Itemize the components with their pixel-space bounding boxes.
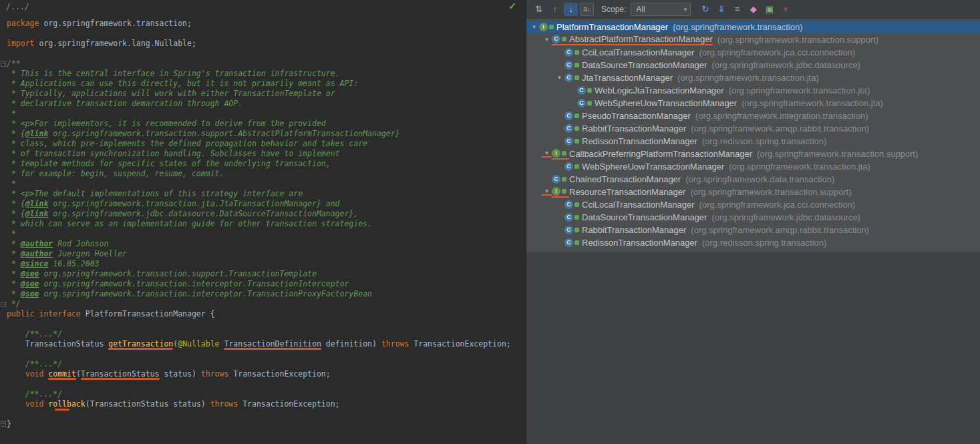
package-name: (org.redisson.spring.transaction) [702, 136, 826, 146]
package-name: (org.springframework.jca.cci.connection) [699, 47, 855, 57]
class-icon-group: C [577, 99, 595, 108]
code-line [7, 349, 511, 359]
expand-all-icon[interactable]: ≡ [730, 3, 744, 16]
class-icon-group: C [564, 48, 582, 57]
hierarchy-tree-row[interactable]: CDataSourceTransactionManager(org.spring… [526, 59, 980, 71]
hierarchy-tree-row[interactable]: ▼CAbstractPlatformTransactionManager(org… [526, 33, 980, 46]
code-line: * {@link org.springframework.jdbc.dataso… [7, 209, 511, 219]
class-icon: C [564, 213, 573, 222]
code-line: import org.springframework.lang.Nullable… [7, 39, 511, 49]
scope-dropdown[interactable]: All ▾ [631, 3, 691, 16]
toolbar-left-icons: ⇅↑↓a↓ [532, 3, 594, 16]
class-icon-group: C [564, 200, 582, 210]
code-line: /**...*/ [7, 389, 511, 399]
class-icon: C [552, 35, 560, 43]
expand-arrow-icon[interactable]: ▼ [542, 188, 552, 196]
class-name: PlatformTransactionManager [556, 22, 668, 32]
class-icon-group: C [564, 226, 582, 235]
close-icon[interactable]: × [778, 3, 792, 16]
hierarchy-tree-row[interactable]: CWebSphereUowTransactionManager(org.spri… [526, 160, 980, 173]
modifier-icon [575, 228, 579, 232]
fold-marker[interactable]: − [1, 302, 6, 307]
class-name: RabbitTransactionManager [582, 124, 686, 134]
fold-marker[interactable]: − [1, 421, 6, 427]
hierarchy-tree-row[interactable]: ▼IResourceTransactionManager(org.springf… [526, 186, 980, 198]
code-line: /**...*/ [7, 359, 511, 369]
hierarchy-tree-row[interactable]: ▼CJtaTransactionManager(org.springframew… [526, 71, 980, 84]
hierarchy-tree-row[interactable]: ▼IPlatformTransactionManager(org.springf… [526, 21, 980, 33]
hierarchy-tree-row[interactable]: CPseudoTransactionManager(org.springfram… [526, 109, 980, 122]
export-icon[interactable]: ⇓ [714, 3, 728, 16]
code-line: * This is the central interface in Sprin… [7, 69, 511, 79]
expand-arrow-icon[interactable]: ▼ [542, 37, 552, 43]
class-name: DataSourceTransactionManager [582, 60, 707, 70]
hierarchy-tree-row[interactable]: ▼ICallbackPreferringPlatformTransactionM… [526, 148, 980, 160]
editor-pane[interactable]: /.../ ✓ − − − package org.springframewor… [0, 0, 526, 444]
modifier-icon [587, 101, 592, 105]
fold-marker[interactable]: − [1, 61, 6, 67]
interface-icon: I [552, 187, 560, 196]
interface-icon: I [539, 23, 548, 31]
hierarchy-tree-row[interactable]: CCciLocalTransactionManager(org.springfr… [526, 46, 980, 59]
hierarchy-tree-row[interactable]: CRabbitTransactionManager(org.springfram… [526, 224, 980, 236]
class-icon: C [564, 238, 573, 247]
code-line: package org.springframework.transaction; [7, 19, 511, 29]
modifier-icon [575, 215, 579, 220]
supertypes-hierarchy-icon[interactable]: ↑ [548, 3, 562, 16]
class-icon-group: C [577, 86, 595, 95]
class-name: DataSourceTransactionManager [582, 212, 707, 222]
code-line: * [7, 109, 511, 119]
class-hierarchy-icon[interactable]: ⇅ [532, 3, 546, 16]
hierarchy-tree-row[interactable]: CRedissonTransactionManager(org.redisson… [526, 135, 980, 148]
hierarchy-tree-row[interactable]: CCciLocalTransactionManager(org.springfr… [526, 198, 980, 211]
code-line: void rollback(TransactionStatus status) … [7, 399, 511, 409]
class-name: WebSphereUowTransactionManager [595, 98, 737, 108]
inspection-status-icon[interactable]: ✓ [508, 1, 516, 11]
hierarchy-tree-row[interactable]: CChainedTransactionManager(org.springfra… [526, 173, 980, 186]
subtypes-hierarchy-icon[interactable]: ↓ [564, 3, 578, 16]
type-hierarchy-panel: ⇅↑↓a↓ Scope: All ▾ ↻⇓≡◆▣× ▼IPlatformTran… [526, 0, 980, 444]
hierarchy-toolbar: ⇅↑↓a↓ Scope: All ▾ ↻⇓≡◆▣× [526, 0, 980, 19]
code-line [7, 49, 511, 59]
class-name: ChainedTransactionManager [569, 174, 681, 184]
scope-value: All [636, 5, 645, 14]
code-line: public interface PlatformTransactionMana… [7, 309, 511, 319]
export-file-icon[interactable]: ▣ [762, 3, 776, 16]
modifier-icon [575, 202, 579, 207]
code-line: * template methods for specific states o… [7, 159, 511, 169]
scope-label: Scope: [601, 5, 626, 14]
package-name: (org.springframework.transaction) [673, 22, 802, 32]
class-icon-group: C [552, 35, 569, 45]
package-name: (org.springframework.amqp.rabbit.transac… [691, 124, 869, 134]
modifier-icon [575, 63, 579, 67]
code-line: * <p>The default implementations of this… [7, 189, 511, 199]
breadcrumb[interactable]: /.../ [6, 0, 29, 13]
hierarchy-tree-row[interactable]: CWebLogicJtaTransactionManager(org.sprin… [526, 84, 980, 97]
class-icon-group: C [564, 238, 582, 248]
hierarchy-tree-row[interactable]: CRedissonTransactionManager(org.redisson… [526, 236, 980, 249]
expand-arrow-icon[interactable]: ▼ [529, 24, 539, 30]
expand-arrow-icon[interactable]: ▼ [554, 75, 564, 81]
hierarchy-tree-row[interactable]: CDataSourceTransactionManager(org.spring… [526, 211, 980, 224]
class-icon-group: I [552, 149, 569, 160]
hierarchy-tree-row[interactable]: CRabbitTransactionManager(org.springfram… [526, 122, 980, 135]
class-icon: C [577, 99, 586, 107]
hierarchy-tree-row[interactable]: CWebSphereUowTransactionManager(org.spri… [526, 97, 980, 109]
package-name: (org.springframework.transaction.support… [717, 35, 878, 45]
code-line: * {@link org.springframework.transaction… [7, 129, 511, 139]
class-name: AbstractPlatformTransactionManager [569, 34, 713, 45]
pin-icon[interactable]: ◆ [746, 3, 760, 16]
code-line: * of transaction synchronization handlin… [7, 149, 511, 159]
class-icon: C [564, 124, 573, 133]
package-name: (org.springframework.transaction.jta) [729, 162, 870, 172]
modifier-icon [562, 37, 566, 41]
package-name: (org.springframework.integration.transac… [695, 111, 868, 121]
class-name: ResourceTransactionManager [569, 187, 685, 197]
code-area[interactable]: package org.springframework.transaction;… [7, 19, 511, 429]
expand-arrow-icon[interactable]: ▼ [542, 150, 552, 158]
sort-alphabetically-icon[interactable]: a↓ [580, 3, 594, 16]
code-line: void commit(TransactionStatus status) th… [7, 369, 511, 379]
refresh-icon[interactable]: ↻ [698, 3, 712, 16]
code-line: * @see org.springframework.transaction.i… [7, 279, 511, 289]
code-line: * {@link org.springframework.transaction… [7, 199, 511, 209]
